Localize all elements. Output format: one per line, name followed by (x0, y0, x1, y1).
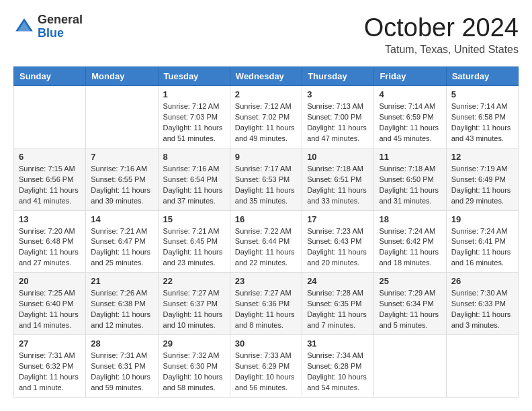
day-number: 16 (235, 214, 297, 224)
day-number: 23 (235, 276, 297, 286)
calendar-cell: 18Sunrise: 7:24 AM Sunset: 6:42 PM Dayli… (374, 210, 446, 273)
day-info: Sunrise: 7:19 AM Sunset: 6:49 PM Dayligh… (451, 164, 513, 207)
day-info: Sunrise: 7:24 AM Sunset: 6:41 PM Dayligh… (451, 226, 513, 269)
day-number: 19 (451, 214, 513, 224)
day-number: 15 (163, 214, 225, 224)
day-number: 3 (307, 89, 369, 99)
day-info: Sunrise: 7:14 AM Sunset: 6:58 PM Dayligh… (451, 101, 513, 144)
calendar-cell: 10Sunrise: 7:18 AM Sunset: 6:51 PM Dayli… (302, 148, 374, 210)
page-header: General Blue October 2024 Tatum, Texas, … (13, 13, 519, 56)
day-info: Sunrise: 7:34 AM Sunset: 6:28 PM Dayligh… (307, 351, 369, 394)
day-info: Sunrise: 7:22 AM Sunset: 6:44 PM Dayligh… (235, 226, 297, 269)
day-number: 12 (451, 152, 513, 162)
day-number: 26 (451, 276, 513, 286)
day-info: Sunrise: 7:16 AM Sunset: 6:54 PM Dayligh… (163, 164, 225, 207)
calendar-cell (446, 335, 518, 398)
calendar-header-monday: Monday (86, 67, 158, 86)
day-info: Sunrise: 7:31 AM Sunset: 6:32 PM Dayligh… (19, 351, 81, 394)
calendar-cell: 30Sunrise: 7:33 AM Sunset: 6:29 PM Dayli… (230, 335, 302, 398)
day-info: Sunrise: 7:24 AM Sunset: 6:42 PM Dayligh… (379, 226, 441, 269)
calendar-cell: 2Sunrise: 7:12 AM Sunset: 7:02 PM Daylig… (230, 86, 302, 148)
calendar-header-row: SundayMondayTuesdayWednesdayThursdayFrid… (14, 67, 519, 86)
calendar-cell: 17Sunrise: 7:23 AM Sunset: 6:43 PM Dayli… (302, 210, 374, 273)
logo: General Blue (13, 13, 83, 40)
calendar-header-thursday: Thursday (302, 67, 374, 86)
day-number: 11 (379, 152, 441, 162)
calendar-cell: 5Sunrise: 7:14 AM Sunset: 6:58 PM Daylig… (446, 86, 518, 148)
calendar-cell: 29Sunrise: 7:32 AM Sunset: 6:30 PM Dayli… (158, 335, 230, 398)
calendar-cell: 21Sunrise: 7:26 AM Sunset: 6:38 PM Dayli… (86, 273, 158, 335)
day-info: Sunrise: 7:31 AM Sunset: 6:31 PM Dayligh… (91, 351, 152, 394)
day-number: 24 (307, 276, 369, 286)
day-number: 5 (451, 89, 513, 99)
day-info: Sunrise: 7:18 AM Sunset: 6:50 PM Dayligh… (379, 164, 441, 207)
calendar-cell: 16Sunrise: 7:22 AM Sunset: 6:44 PM Dayli… (230, 210, 302, 273)
day-info: Sunrise: 7:21 AM Sunset: 6:47 PM Dayligh… (91, 226, 152, 269)
day-info: Sunrise: 7:14 AM Sunset: 6:59 PM Dayligh… (379, 101, 441, 144)
day-info: Sunrise: 7:13 AM Sunset: 7:00 PM Dayligh… (307, 101, 369, 144)
day-info: Sunrise: 7:23 AM Sunset: 6:43 PM Dayligh… (307, 226, 369, 269)
day-number: 13 (19, 214, 81, 224)
calendar-cell: 9Sunrise: 7:17 AM Sunset: 6:53 PM Daylig… (230, 148, 302, 210)
calendar-cell: 11Sunrise: 7:18 AM Sunset: 6:50 PM Dayli… (374, 148, 446, 210)
calendar-cell: 31Sunrise: 7:34 AM Sunset: 6:28 PM Dayli… (302, 335, 374, 398)
day-info: Sunrise: 7:26 AM Sunset: 6:38 PM Dayligh… (91, 288, 152, 331)
calendar-cell: 4Sunrise: 7:14 AM Sunset: 6:59 PM Daylig… (374, 86, 446, 148)
day-info: Sunrise: 7:33 AM Sunset: 6:29 PM Dayligh… (235, 351, 297, 394)
month-title: October 2024 (364, 13, 519, 42)
calendar-cell (14, 86, 86, 148)
title-block: October 2024 Tatum, Texas, United States (364, 13, 519, 56)
calendar-week-row: 6Sunrise: 7:15 AM Sunset: 6:56 PM Daylig… (14, 148, 519, 210)
day-info: Sunrise: 7:27 AM Sunset: 6:37 PM Dayligh… (163, 288, 225, 331)
day-number: 28 (91, 338, 152, 349)
day-number: 7 (91, 152, 152, 162)
logo-icon (13, 16, 35, 38)
calendar-cell: 1Sunrise: 7:12 AM Sunset: 7:03 PM Daylig… (158, 86, 230, 148)
day-info: Sunrise: 7:30 AM Sunset: 6:33 PM Dayligh… (451, 288, 513, 331)
calendar-cell: 14Sunrise: 7:21 AM Sunset: 6:47 PM Dayli… (86, 210, 158, 273)
day-number: 10 (307, 152, 369, 162)
day-number: 22 (163, 276, 225, 286)
day-info: Sunrise: 7:29 AM Sunset: 6:34 PM Dayligh… (379, 288, 441, 331)
day-number: 18 (379, 214, 441, 224)
calendar-cell: 13Sunrise: 7:20 AM Sunset: 6:48 PM Dayli… (14, 210, 86, 273)
day-number: 21 (91, 276, 152, 286)
calendar-cell: 15Sunrise: 7:21 AM Sunset: 6:45 PM Dayli… (158, 210, 230, 273)
day-number: 6 (19, 152, 81, 162)
day-number: 8 (163, 152, 225, 162)
day-number: 9 (235, 152, 297, 162)
calendar-header-sunday: Sunday (14, 67, 86, 86)
day-info: Sunrise: 7:25 AM Sunset: 6:40 PM Dayligh… (19, 288, 81, 331)
calendar-header-wednesday: Wednesday (230, 67, 302, 86)
day-info: Sunrise: 7:32 AM Sunset: 6:30 PM Dayligh… (163, 351, 225, 394)
day-number: 27 (19, 338, 81, 349)
logo-blue: Blue (38, 27, 83, 40)
day-info: Sunrise: 7:20 AM Sunset: 6:48 PM Dayligh… (19, 226, 81, 269)
calendar-cell: 6Sunrise: 7:15 AM Sunset: 6:56 PM Daylig… (14, 148, 86, 210)
day-number: 14 (91, 214, 152, 224)
day-info: Sunrise: 7:12 AM Sunset: 7:02 PM Dayligh… (235, 101, 297, 144)
day-number: 25 (379, 276, 441, 286)
day-info: Sunrise: 7:18 AM Sunset: 6:51 PM Dayligh… (307, 164, 369, 207)
calendar-cell: 27Sunrise: 7:31 AM Sunset: 6:32 PM Dayli… (14, 335, 86, 398)
calendar-week-row: 20Sunrise: 7:25 AM Sunset: 6:40 PM Dayli… (14, 273, 519, 335)
day-number: 17 (307, 214, 369, 224)
calendar-cell: 12Sunrise: 7:19 AM Sunset: 6:49 PM Dayli… (446, 148, 518, 210)
calendar-header-tuesday: Tuesday (158, 67, 230, 86)
logo-general: General (38, 13, 83, 27)
calendar-cell (86, 86, 158, 148)
day-info: Sunrise: 7:12 AM Sunset: 7:03 PM Dayligh… (163, 101, 225, 144)
day-info: Sunrise: 7:28 AM Sunset: 6:35 PM Dayligh… (307, 288, 369, 331)
day-number: 1 (163, 89, 225, 99)
calendar-cell: 22Sunrise: 7:27 AM Sunset: 6:37 PM Dayli… (158, 273, 230, 335)
calendar-cell (374, 335, 446, 398)
calendar-table: SundayMondayTuesdayWednesdayThursdayFrid… (13, 66, 519, 398)
calendar-cell: 7Sunrise: 7:16 AM Sunset: 6:55 PM Daylig… (86, 148, 158, 210)
day-info: Sunrise: 7:27 AM Sunset: 6:36 PM Dayligh… (235, 288, 297, 331)
calendar-cell: 20Sunrise: 7:25 AM Sunset: 6:40 PM Dayli… (14, 273, 86, 335)
calendar-week-row: 13Sunrise: 7:20 AM Sunset: 6:48 PM Dayli… (14, 210, 519, 273)
day-number: 20 (19, 276, 81, 286)
calendar-cell: 25Sunrise: 7:29 AM Sunset: 6:34 PM Dayli… (374, 273, 446, 335)
day-number: 30 (235, 338, 297, 349)
calendar-cell: 26Sunrise: 7:30 AM Sunset: 6:33 PM Dayli… (446, 273, 518, 335)
